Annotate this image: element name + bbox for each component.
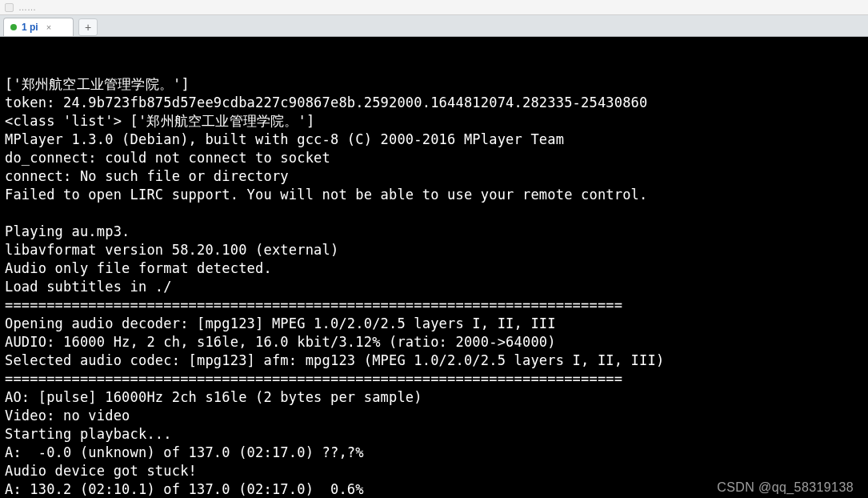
terminal-line: ========================================… bbox=[5, 370, 863, 388]
terminal-line: ['郑州航空工业管理学院。'] bbox=[5, 75, 863, 94]
terminal-line: A: 130.2 (02:10.1) of 137.0 (02:17.0) 0.… bbox=[5, 480, 863, 498]
terminal-line: Audio device got stuck! bbox=[5, 462, 863, 480]
terminal-line bbox=[5, 204, 863, 223]
status-dot-icon bbox=[10, 24, 17, 30]
terminal-line: <class 'list'> ['郑州航空工业管理学院。'] bbox=[5, 112, 863, 131]
terminal-line: Playing au.mp3. bbox=[5, 223, 863, 241]
window-control-icon bbox=[5, 3, 14, 12]
terminal-line: MPlayer 1.3.0 (Debian), built with gcc-8… bbox=[5, 131, 863, 149]
terminal-line: AO: [pulse] 16000Hz 2ch s16le (2 bytes p… bbox=[5, 388, 863, 407]
terminal-line: Audio only file format detected. bbox=[5, 259, 863, 278]
tab-label: 1 pi bbox=[22, 22, 38, 33]
terminal-line: Video: no video bbox=[5, 407, 863, 425]
terminal-line: do_connect: could not connect to socket bbox=[5, 149, 863, 167]
terminal-line: Starting playback... bbox=[5, 425, 863, 444]
terminal-line: libavformat version 58.20.100 (external) bbox=[5, 241, 863, 259]
terminal-line: Opening audio decoder: [mpg123] MPEG 1.0… bbox=[5, 315, 863, 333]
plus-icon: + bbox=[85, 21, 91, 34]
window-titlebar: …… bbox=[0, 0, 868, 15]
close-icon[interactable]: × bbox=[46, 22, 51, 32]
tab-session-1[interactable]: 1 pi × bbox=[3, 18, 74, 36]
terminal-line: token: 24.9b723fb875d57ee9cdba227c90867e… bbox=[5, 94, 863, 112]
terminal-line: Selected audio codec: [mpg123] afm: mpg1… bbox=[5, 351, 863, 370]
titlebar-hint: …… bbox=[18, 2, 36, 12]
tab-bar: 1 pi × + bbox=[0, 15, 868, 37]
terminal-line: AUDIO: 16000 Hz, 2 ch, s16le, 16.0 kbit/… bbox=[5, 333, 863, 351]
terminal-line: Failed to open LIRC support. You will no… bbox=[5, 186, 863, 204]
terminal-line: A: -0.0 (unknown) of 137.0 (02:17.0) ??,… bbox=[5, 444, 863, 462]
terminal-line: Load subtitles in ./ bbox=[5, 278, 863, 296]
new-tab-button[interactable]: + bbox=[78, 18, 98, 36]
terminal-line: ========================================… bbox=[5, 296, 863, 315]
terminal-line: connect: No such file or directory bbox=[5, 167, 863, 186]
terminal-output[interactable]: ['郑州航空工业管理学院。']token: 24.9b723fb875d57ee… bbox=[0, 37, 868, 498]
